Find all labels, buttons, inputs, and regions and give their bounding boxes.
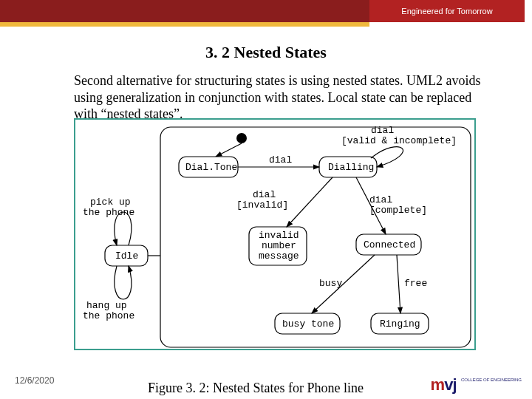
state-idle: Idle	[105, 245, 148, 266]
label-dial-loop-l1: dial	[371, 125, 394, 136]
page-title: 3. 2 Nested States	[0, 43, 532, 62]
label-dial-invalid-l2: [invalid]	[236, 200, 288, 211]
label-dial-invalid-l1: dial	[253, 189, 276, 200]
state-diagram-svg: Dial.Tone Dialling dial dial [valid & in…	[75, 120, 474, 349]
slide-content: 3. 2 Nested States Second alternative fo…	[0, 30, 532, 123]
transition-hang-up-phone	[115, 266, 132, 299]
logo-letter-vj: vj	[444, 375, 456, 394]
label-hang-up-l1: hang up	[86, 300, 127, 311]
label-pick-up-l1: pick up	[90, 197, 131, 208]
label-dial: dial	[269, 154, 292, 166]
header-maroon-band	[0, 0, 369, 22]
state-connected: Connected	[356, 234, 421, 255]
footer-date: 12/6/2020	[15, 375, 54, 386]
state-invalid-l3: message	[259, 250, 299, 262]
label-dial-complete-l2: [complete]	[369, 205, 427, 216]
header-tagline: Engineered for Tomorrow	[401, 7, 492, 16]
label-busy: busy	[319, 278, 342, 289]
state-dialling-label: Dialling	[328, 162, 374, 173]
logo-subtext: COLLEGE OF ENGINEERING	[461, 378, 522, 382]
header-tagline-band: Engineered for Tomorrow	[369, 0, 525, 22]
label-free: free	[404, 278, 427, 289]
label-dial-loop-l2: [valid & incomplete]	[341, 135, 457, 146]
brand-logo: mvj COLLEGE OF ENGINEERING	[431, 375, 522, 395]
state-dialling: Dialling	[319, 157, 377, 177]
logo-letter-m: m	[431, 375, 445, 394]
state-dial-tone: Dial.Tone	[179, 157, 238, 177]
state-dial-tone-label: Dial.Tone	[185, 162, 237, 173]
initial-pseudostate-icon	[236, 133, 247, 143]
header-accent-stripe	[0, 22, 369, 27]
transition-initial-to-dialtone	[216, 143, 242, 157]
state-busy-tone-label: busy tone	[282, 318, 334, 330]
figure-caption: Figure 3. 2: Nested States for Phone lin…	[148, 381, 364, 396]
label-hang-up-l2: the phone	[83, 310, 134, 321]
transition-dialling-to-invalid	[287, 177, 332, 227]
body-paragraph: Second alternative for structuring state…	[74, 72, 488, 123]
state-ringing: Ringing	[371, 313, 429, 334]
transition-connected-to-ringing	[397, 255, 400, 313]
state-ringing-label: Ringing	[380, 318, 420, 330]
state-busy-tone: busy tone	[275, 313, 340, 334]
header-bar: Engineered for Tomorrow	[0, 0, 532, 27]
state-invalid-l1: invalid	[259, 230, 299, 241]
state-invalid-l2: number	[262, 240, 296, 251]
label-pick-up-l2: the phone	[83, 207, 134, 218]
state-connected-label: Connected	[364, 239, 415, 250]
state-invalid-number-message: invalid number message	[249, 227, 307, 265]
state-diagram: Dial.Tone Dialling dial dial [valid & in…	[74, 118, 476, 350]
label-dial-complete-l1: dial	[369, 194, 392, 205]
state-idle-label: Idle	[115, 250, 138, 262]
